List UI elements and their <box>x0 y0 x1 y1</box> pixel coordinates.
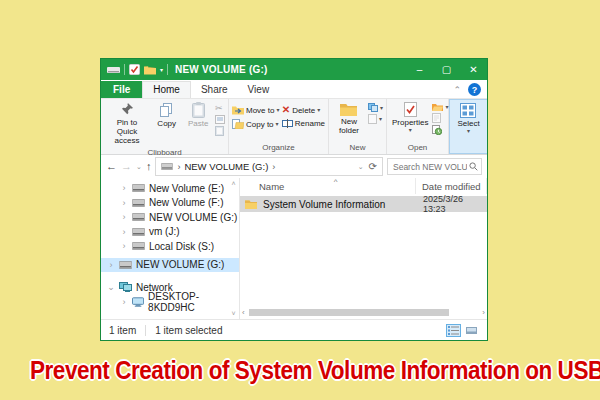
refresh-icon[interactable]: ⟳ <box>369 161 377 172</box>
tab-view[interactable]: View <box>238 82 280 98</box>
copy-to-button[interactable]: Copy to ▾ <box>232 119 280 129</box>
copy-label: Copy <box>157 119 176 128</box>
easy-access-caret-icon: ▾ <box>379 116 382 122</box>
drive-icon <box>132 199 145 207</box>
column-header-name[interactable]: Name <box>240 178 416 194</box>
drive-icon <box>132 228 145 236</box>
file-date-modified: 2025/3/26 13:23 <box>417 194 487 214</box>
expand-icon[interactable]: › <box>120 183 128 193</box>
sidebar-item-desktop-8kdd9hc[interactable]: › DESKTOP-8KDD9HC <box>101 295 239 310</box>
sidebar-item-new-volume-g[interactable]: › NEW VOLUME (G:) <box>101 210 239 225</box>
search-icon <box>469 162 478 171</box>
large-icons-view-icon <box>466 326 477 335</box>
selection-count: 1 item selected <box>155 325 222 336</box>
sidebar-scrollbar[interactable]: ˄ ˅ <box>229 180 238 317</box>
tab-home[interactable]: Home <box>142 81 191 98</box>
sidebar-item-label: DESKTOP-8KDD9HC <box>148 291 239 313</box>
properties-caret-icon: ▾ <box>409 127 412 133</box>
search-input[interactable] <box>391 161 469 173</box>
minimize-button[interactable]: – <box>406 59 433 80</box>
select-caret-icon: ▾ <box>467 128 470 134</box>
scroll-down-icon[interactable]: ˅ <box>231 310 235 317</box>
scrollbar-thumb[interactable] <box>249 309 449 316</box>
collapse-icon[interactable]: ⌄ <box>107 282 115 292</box>
easy-access-button[interactable]: ▾ <box>368 114 383 124</box>
cut-icon[interactable]: ✂ <box>215 103 225 113</box>
delete-button[interactable]: ✕ Delete ▾ <box>282 105 325 115</box>
headline-text: Prevent Creation of System Volume Inform… <box>30 356 570 385</box>
search-box[interactable] <box>387 158 482 175</box>
new-folder-button[interactable]: New folder <box>332 101 366 136</box>
divider <box>124 64 125 75</box>
new-group-label: New <box>332 142 383 154</box>
properties-button[interactable]: Properties ▾ <box>390 101 430 134</box>
rename-label: Rename <box>295 119 325 128</box>
move-to-icon <box>232 105 244 115</box>
scroll-up-icon[interactable]: ˄ <box>231 180 235 187</box>
tab-share[interactable]: Share <box>191 82 238 98</box>
forward-icon[interactable]: → <box>121 161 132 172</box>
new-folder-quick-icon[interactable] <box>144 65 156 75</box>
pin-to-quick-access-button[interactable]: Pin to Quick access <box>104 101 150 147</box>
scroll-right-icon[interactable]: › <box>482 308 485 317</box>
pin-label: Pin to Quick access <box>106 118 148 146</box>
copy-to-caret-icon: ▾ <box>276 121 279 127</box>
sidebar-item-new-volume-g-selected[interactable]: › NEW VOLUME (G:) <box>101 258 239 273</box>
expand-icon[interactable]: › <box>120 241 128 251</box>
collapse-ribbon-icon[interactable]: ⌃ <box>453 85 461 95</box>
explorer-window: ▾ NEW VOLUME (G:) – ▢ ✕ File Home Share … <box>100 58 488 341</box>
sidebar-item-new-volume-e[interactable]: › New Volume (E:) <box>101 181 239 196</box>
recent-locations-icon[interactable]: ⌄ <box>136 163 142 171</box>
rename-button[interactable]: Rename <box>282 119 325 128</box>
ribbon-group-open: Properties ▾ ▾ Open <box>387 99 449 154</box>
help-icon[interactable]: ? <box>468 83 481 96</box>
properties-icon <box>404 102 417 117</box>
sidebar-item-vm-j[interactable]: › vm (J:) <box>101 225 239 240</box>
sidebar-item-local-disk-s[interactable]: › Local Disk (S:) <box>101 239 239 254</box>
column-header-date-modified[interactable]: Date modified <box>416 178 487 194</box>
scroll-left-icon[interactable]: ‹ <box>242 308 245 317</box>
expand-icon[interactable]: › <box>120 212 128 222</box>
sidebar-item-new-volume-f[interactable]: › New Volume (F:) <box>101 196 239 211</box>
history-icon[interactable] <box>432 125 442 135</box>
new-item-button[interactable]: ▾ <box>368 103 383 112</box>
ribbon: Pin to Quick access Copy Paste ✂ Clipboa… <box>101 98 487 155</box>
expand-icon[interactable]: › <box>107 260 115 270</box>
tab-file[interactable]: File <box>101 81 142 98</box>
close-button[interactable]: ✕ <box>460 59 487 80</box>
new-item-caret-icon: ▾ <box>380 105 383 111</box>
paste-shortcut-icon[interactable] <box>215 126 224 136</box>
expand-icon[interactable]: › <box>120 198 128 208</box>
horizontal-scrollbar[interactable]: ‹ › <box>242 307 485 318</box>
copy-button[interactable]: Copy <box>152 101 182 129</box>
window-controls: – ▢ ✕ <box>406 59 487 80</box>
breadcrumb-separator-icon[interactable]: › <box>272 162 275 172</box>
move-to-button[interactable]: Move to ▾ <box>232 105 280 115</box>
details-view-button[interactable] <box>446 324 461 337</box>
paste-button[interactable]: Paste <box>183 101 213 129</box>
open-group-label: Open <box>390 142 445 154</box>
item-count: 1 item <box>109 325 136 336</box>
select-button[interactable]: Select ▾ <box>455 102 481 135</box>
maximize-button[interactable]: ▢ <box>433 59 460 80</box>
titlebar: ▾ NEW VOLUME (G:) – ▢ ✕ <box>101 59 487 80</box>
back-icon[interactable]: ← <box>106 161 117 172</box>
breadcrumb-item[interactable]: NEW VOLUME (G:) <box>184 161 268 172</box>
address-dropdown-icon[interactable]: ⌄ <box>358 163 364 171</box>
file-row-system-volume-information[interactable]: System Volume Information 2025/3/26 13:2… <box>240 196 487 212</box>
properties-quick-icon[interactable] <box>129 64 140 75</box>
open-button[interactable]: ▾ <box>432 103 448 111</box>
sidebar-item-label: Local Disk (S:) <box>149 241 214 252</box>
breadcrumb[interactable]: › NEW VOLUME (G:) › ⌄ ⟳ <box>155 157 383 176</box>
sidebar-item-label: NEW VOLUME (G:) <box>149 212 237 223</box>
up-icon[interactable]: ↑ <box>146 161 152 172</box>
copy-to-label: Copy to <box>246 120 274 129</box>
edit-icon[interactable] <box>432 113 441 123</box>
paste-label: Paste <box>188 119 208 128</box>
sort-ascending-icon: ^ <box>334 177 338 186</box>
expand-icon[interactable]: › <box>120 297 128 307</box>
expand-icon[interactable]: › <box>120 227 128 237</box>
large-icons-view-button[interactable] <box>464 324 479 337</box>
qat-dropdown-icon[interactable]: ▾ <box>160 67 163 73</box>
copy-path-icon[interactable] <box>215 115 225 124</box>
